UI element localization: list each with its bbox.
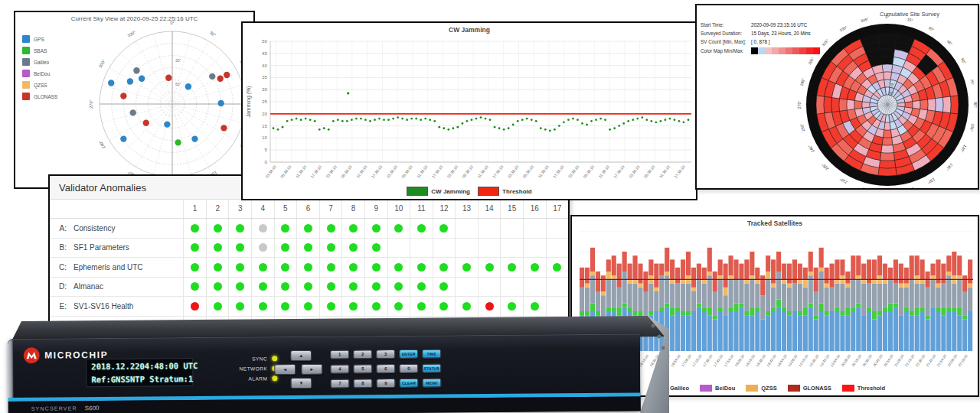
bar-segment-glonass [856,255,861,275]
jamming-point [364,119,367,121]
x-tick-label: 05:38:10 [279,164,292,179]
bar-segment-sbas [835,307,839,311]
bar-segment-glonass [904,268,909,284]
table-cell [274,219,297,238]
bar-segment-galileo [617,288,622,307]
bar-segment-qzss [654,288,658,291]
table-cell [274,239,297,258]
column-header: 3 [228,199,251,218]
row-name: Almanac [74,282,103,291]
satellite-dot-galileo [130,109,136,115]
bar-segment-galileo [691,291,696,311]
satellite-dot-gps [127,78,133,84]
satellite-dot-gps [185,83,191,89]
x-tick-label: 19:06:10 [787,353,799,367]
bar-segment-glonass [957,255,962,275]
table-cell [387,258,410,277]
bar-segment-qzss [856,275,861,279]
table-cell [228,239,251,258]
bar-segment-gps [728,311,733,351]
led-label: NETWORK [240,366,268,371]
bar-segment-qzss [899,284,903,288]
column-header: 7 [319,199,342,218]
bar-segment-galileo [920,284,925,307]
bar-segment-galileo [899,288,903,315]
bar-segment-gps [829,311,834,351]
bar-segment-galileo [670,284,675,307]
legend-item: CW Jamming [407,187,470,196]
legend-item: QZSS [746,385,776,392]
anomaly-dot-green [191,282,199,291]
bar-segment-glonass [606,259,611,272]
bar-segment-qzss [798,279,802,283]
x-tick-label: 19:54:10 [830,353,841,367]
bar-segment-galileo [883,284,887,307]
led-label: SYNC [252,356,267,361]
x-tick-label: 20:42:10 [872,353,884,367]
jamming-point [355,118,358,120]
bar-segment-gps [910,315,914,351]
survey-cell [824,96,832,113]
bar-segment-sbas [771,307,776,311]
bar-segment-glonass [819,248,824,268]
right-arrow-button: ► [301,364,322,375]
anomaly-dot-green [236,263,244,272]
jamming-point [401,118,403,120]
row-name: Consistency [74,224,115,233]
x-tick-label: 18:42:10 [766,353,777,367]
bar-segment-glonass [596,272,600,291]
bar-segment-sbas [825,311,829,315]
jamming-point [346,120,348,122]
bar-segment-qzss [670,279,675,283]
jamming-point [572,118,574,120]
satellite-dot-gps [108,80,114,86]
bar-segment-qzss [718,275,723,279]
bar-segment-galileo [867,284,871,307]
table-cell [478,258,501,277]
bar-segment-gps [952,311,956,351]
anomaly-dot-gray [259,224,267,233]
bar-segment-sbas [920,307,925,311]
jamming-outlier-point [347,92,349,94]
bar-segment-galileo [724,295,728,315]
x-tick-label: 19:30:10 [808,353,820,367]
jamming-point [397,116,399,119]
satellite-dot-gps [139,76,145,82]
bar-segment-galileo [829,288,834,311]
table-cell [206,278,229,297]
bar-segment-glonass [707,248,712,272]
bar-segment-glonass [580,268,584,288]
anomaly-dot-green [417,282,426,291]
bar-segment-galileo [941,284,946,307]
survey-azimuth-label: 255° [799,123,805,132]
bar-segment-sbas [702,307,707,311]
survey-azimuth-label: 210° [839,177,848,184]
jamming-point [300,119,302,121]
bar-segment-galileo [760,295,765,319]
bar-segment-galileo [825,288,829,311]
legend-label: BeiDou [715,385,735,392]
x-tick-label: 19:42:10 [819,353,831,367]
table-cell [251,219,274,238]
bar-segment-gps [941,315,946,351]
jamming-point [544,128,547,131]
bar-segment-gps [851,311,855,351]
bar-segment-glonass [718,259,723,275]
bar-segment-galileo [697,279,701,303]
table-cell [251,258,274,277]
bar-segment-gps [957,315,962,351]
legend-item: BeiDou [700,385,735,392]
x-tick-label: 22:18:10 [958,353,969,367]
bar-segment-glonass [798,264,802,280]
jamming-point [549,130,551,132]
bar-segment-galileo [733,279,738,303]
jamming-point [655,121,657,123]
table-cell [387,239,410,258]
bar-segment-gps [936,311,940,351]
jamming-point [415,118,417,120]
column-header: 11 [410,199,433,218]
x-tick-label: 11:38:10 [476,164,489,179]
jamming-point [410,118,413,120]
column-header: 1 [183,199,206,218]
bar-segment-glonass [845,272,850,284]
